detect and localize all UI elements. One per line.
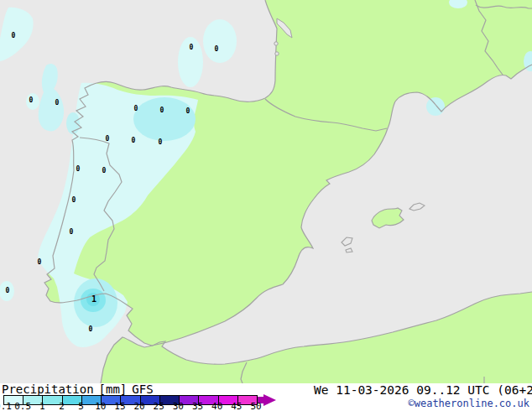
precip-blob-gulf-of-lion [426, 97, 445, 116]
precip-blob-biscay-a [178, 37, 203, 87]
lake-landes-2 [275, 52, 279, 55]
weather-map-screenshot: 0000000000000000001 Precipitation[mm]GFS… [0, 0, 532, 411]
legend-tick-labels: 0.10.5125101520253035404550 [0, 403, 285, 411]
lake-landes-1 [274, 42, 278, 45]
legend-tick-label: 15 [114, 403, 125, 411]
legend-tick-label: 35 [192, 403, 203, 411]
legend-tick-label: 2 [59, 403, 65, 411]
legend-tick-label: 30 [173, 403, 184, 411]
legend-tick-label: 20 [133, 403, 144, 411]
precip-blob-biscay-b [203, 19, 237, 63]
legend-title-parameter: Precipitation [2, 382, 94, 396]
legend-tick-label: 1 [39, 403, 45, 411]
legend-tick-label: 0.5 [14, 403, 31, 411]
legend-tick-label: 10 [95, 403, 106, 411]
legend-tick-label: 40 [211, 403, 222, 411]
legend-tick-label: 45 [231, 403, 242, 411]
legend-title: Precipitation[mm]GFS [2, 383, 159, 395]
legend-tick-label: 0.1 [0, 403, 12, 411]
legend-tick-label: 50 [250, 403, 261, 411]
legend-tick-label: 5 [78, 403, 84, 411]
precip-blob-galicia-west-small [26, 93, 39, 110]
legend-footer: Precipitation[mm]GFS 0.10.51251015202530… [0, 383, 532, 411]
legend-title-unit: [mm] [99, 382, 128, 396]
map-canvas [0, 0, 532, 383]
precip-inner-northwest [133, 97, 196, 141]
legend-tick-label: 25 [154, 403, 164, 411]
forecast-datetime: We 11-03-2026 09..12 UTC (06+270 [314, 384, 532, 397]
copyright-link[interactable]: ©weatheronline.co.uk [409, 398, 530, 409]
precipitation-map: 0000000000000000001 [0, 0, 532, 383]
legend-title-model: GFS [132, 382, 153, 396]
